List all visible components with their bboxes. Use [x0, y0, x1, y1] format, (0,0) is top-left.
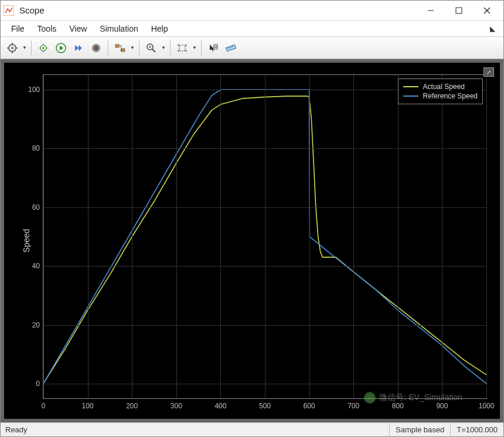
- svg-marker-20: [79, 45, 82, 51]
- x-tick: 600: [304, 402, 315, 410]
- autoscale-button[interactable]: [174, 40, 190, 56]
- window-title: Scope: [19, 5, 417, 15]
- svg-point-12: [42, 47, 45, 49]
- menu-help[interactable]: Help: [145, 22, 174, 36]
- legend-label-reference: Reference Speed: [423, 92, 478, 100]
- ruler-button[interactable]: [223, 40, 239, 56]
- window-titlebar: Scope: [1, 1, 503, 21]
- y-tick: 0: [23, 380, 40, 388]
- minimize-button[interactable]: [417, 1, 445, 20]
- svg-rect-2: [456, 8, 462, 13]
- menu-simulation[interactable]: Simulation: [94, 22, 144, 36]
- x-tick: 400: [214, 402, 226, 410]
- dock-arrow-icon[interactable]: ◣: [490, 25, 499, 33]
- svg-point-6: [11, 47, 13, 49]
- y-tick: 60: [23, 203, 40, 211]
- toolbar: ▼ ▼ ▼ ▼: [1, 37, 503, 59]
- svg-rect-22: [94, 46, 98, 50]
- menu-file[interactable]: File: [5, 22, 30, 36]
- status-mode: Sample based: [389, 423, 450, 436]
- x-tick: 0: [42, 402, 46, 410]
- svg-rect-34: [226, 45, 236, 51]
- x-tick: 800: [392, 402, 404, 410]
- y-tick: 80: [23, 144, 40, 152]
- svg-line-27: [152, 49, 155, 52]
- x-tick: 300: [171, 402, 182, 410]
- x-tick: 1000: [479, 402, 495, 410]
- menu-tools[interactable]: Tools: [32, 22, 63, 36]
- x-tick: 100: [82, 402, 94, 410]
- legend-swatch-reference: [403, 95, 418, 97]
- stop-button[interactable]: [88, 40, 104, 56]
- status-bar: Ready Sample based T=1000.000: [1, 422, 503, 436]
- expand-plot-icon[interactable]: ⤢: [483, 67, 494, 77]
- step-forward-button[interactable]: [70, 40, 87, 56]
- legend-item-actual: Actual Speed: [403, 82, 478, 91]
- x-tick: 200: [126, 402, 138, 410]
- plot-panel: ⤢ Speed Actual Speed Reference Speed 010…: [4, 63, 500, 419]
- x-tick: 900: [436, 402, 448, 410]
- run-button[interactable]: [53, 40, 69, 56]
- configure-dropdown[interactable]: ▼: [22, 45, 28, 50]
- plot-container: ⤢ Speed Actual Speed Reference Speed 010…: [1, 59, 503, 422]
- app-icon: [3, 5, 15, 16]
- legend-item-reference: Reference Speed: [403, 91, 478, 101]
- highlight-button[interactable]: [35, 40, 52, 56]
- x-tick: 500: [259, 402, 271, 410]
- legend-label-actual: Actual Speed: [423, 83, 465, 91]
- menu-bar: File Tools View Simulation Help ◣: [1, 21, 503, 37]
- trigger-button[interactable]: [112, 40, 128, 56]
- y-tick: 40: [23, 262, 40, 270]
- svg-marker-18: [60, 46, 63, 50]
- chart-legend: Actual Speed Reference Speed: [398, 78, 483, 104]
- svg-rect-30: [179, 45, 185, 51]
- zoom-dropdown[interactable]: ▼: [161, 45, 166, 50]
- y-axis-label: Speed: [22, 229, 31, 252]
- menu-view[interactable]: View: [63, 22, 93, 36]
- trigger-dropdown[interactable]: ▼: [130, 45, 135, 50]
- chart-axes[interactable]: Actual Speed Reference Speed 01002003004…: [43, 74, 487, 399]
- maximize-button[interactable]: [445, 1, 473, 20]
- x-tick: 700: [348, 402, 359, 410]
- svg-marker-19: [75, 45, 79, 51]
- legend-swatch-actual: [403, 86, 418, 87]
- y-tick: 100: [23, 86, 40, 94]
- autoscale-dropdown[interactable]: ▼: [192, 45, 197, 50]
- zoom-button[interactable]: [143, 40, 159, 56]
- svg-rect-31: [214, 45, 217, 49]
- status-time: T=1000.000: [450, 423, 503, 436]
- close-button[interactable]: [473, 1, 501, 20]
- configure-button[interactable]: [4, 40, 21, 56]
- cursor-measure-button[interactable]: [205, 40, 222, 56]
- y-tick: 20: [23, 321, 40, 329]
- status-ready: Ready: [1, 425, 389, 434]
- svg-rect-23: [115, 45, 119, 47]
